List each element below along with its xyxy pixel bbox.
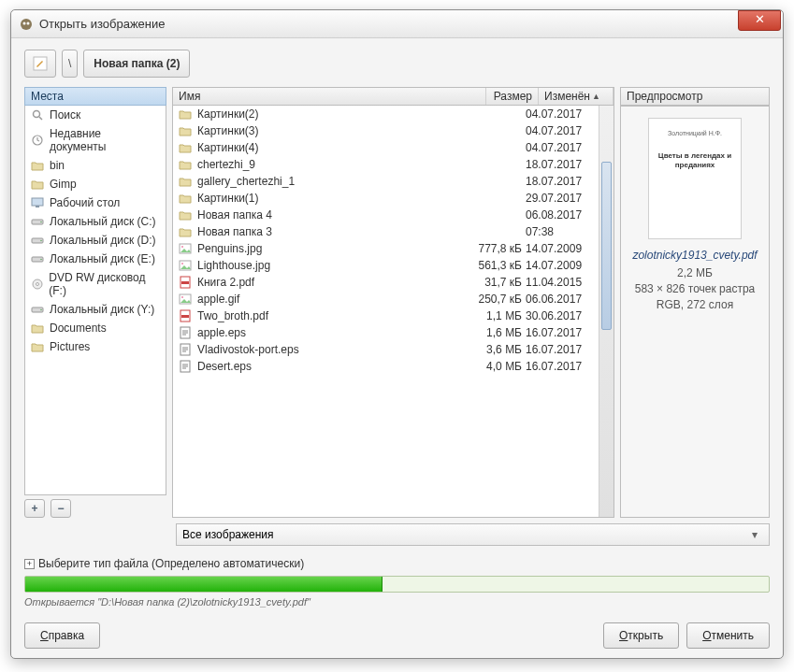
filter-row: Все изображения ▾: [24, 523, 770, 546]
file-type-filter[interactable]: Все изображения ▾: [176, 523, 770, 546]
add-place-button[interactable]: +: [24, 499, 45, 518]
column-modified[interactable]: Изменён ▲: [539, 88, 614, 105]
file-date: 14.07.2009: [522, 242, 593, 255]
pdf-icon: [179, 276, 192, 289]
place-item[interactable]: Documents: [25, 319, 166, 337]
column-modified-label: Изменён: [544, 90, 590, 103]
places-list[interactable]: ПоискНедавние документыbinGimpРабочий ст…: [24, 106, 166, 495]
sort-asc-icon: ▲: [592, 92, 600, 101]
file-size: 250,7 кБ: [469, 293, 522, 306]
folder-icon: [31, 340, 44, 353]
places-header: Места: [24, 87, 166, 106]
file-row[interactable]: Новая папка 406.08.2017: [173, 207, 599, 223]
cancel-button[interactable]: Отменить: [686, 622, 770, 649]
file-name: Книга 2.pdf: [197, 276, 254, 289]
file-name: Картинки(1): [197, 192, 259, 205]
file-date: 30.06.2017: [522, 309, 593, 322]
place-label: Documents: [50, 322, 107, 335]
place-item[interactable]: Gimp: [25, 175, 166, 193]
file-row[interactable]: Penguins.jpg777,8 кБ14.07.2009: [173, 240, 599, 257]
file-row[interactable]: Vladivostok-port.eps3,6 МБ16.07.2017: [173, 341, 599, 358]
close-button[interactable]: ✕: [738, 10, 781, 31]
preview-dimensions: 583 × 826 точек растра: [635, 281, 756, 297]
file-row[interactable]: Новая папка 307:38: [173, 223, 599, 240]
file-type-expander[interactable]: + Выберите тип файла (Определено автомат…: [24, 557, 770, 570]
file-row[interactable]: apple.eps1,6 МБ16.07.2017: [173, 324, 599, 341]
svg-point-26: [181, 296, 183, 298]
file-row[interactable]: Lighthouse.jpg561,3 кБ14.07.2009: [173, 257, 599, 274]
file-row[interactable]: Картинки(1)29.07.2017: [173, 190, 599, 207]
file-row[interactable]: Книга 2.pdf31,7 кБ11.04.2015: [173, 274, 599, 291]
file-row[interactable]: Картинки(3)04.07.2017: [173, 122, 599, 139]
drive-icon: [31, 252, 44, 265]
place-item[interactable]: Недавние документы: [25, 124, 166, 156]
file-row[interactable]: Картинки(2)04.07.2017: [173, 106, 599, 122]
folder-icon: [31, 322, 44, 335]
place-item[interactable]: Локальный диск (C:): [25, 212, 166, 231]
preview-panel: Предпросмотр Золотницкий Н.Ф. Цветы в ле…: [620, 87, 770, 518]
file-name: apple.eps: [197, 326, 246, 339]
eps-icon: [179, 360, 192, 373]
thumb-author: Золотницкий Н.Ф.: [668, 130, 722, 136]
preview-mode: RGB, 272 слоя: [635, 297, 756, 313]
window-title: Открыть изображение: [39, 17, 738, 31]
file-name: Two_broth.pdf: [197, 309, 268, 322]
folder-icon: [179, 208, 192, 222]
edit-path-button[interactable]: [24, 50, 56, 78]
place-label: Локальный диск (Y:): [50, 303, 154, 316]
place-label: Локальный диск (D:): [50, 234, 156, 247]
scrollbar-thumb[interactable]: [601, 162, 612, 330]
folder-icon: [179, 141, 192, 154]
place-item[interactable]: bin: [25, 156, 166, 175]
file-date: 04.07.2017: [522, 141, 593, 154]
file-size: 4,0 МБ: [469, 360, 522, 373]
places-add-remove: + −: [24, 499, 166, 518]
svg-point-22: [181, 263, 183, 265]
scrollbar[interactable]: [599, 106, 614, 517]
desktop-icon: [31, 196, 44, 209]
file-date: 29.07.2017: [522, 192, 593, 205]
column-name[interactable]: Имя: [173, 88, 486, 105]
folder-icon: [179, 158, 192, 171]
place-item[interactable]: Поиск: [25, 106, 166, 124]
image-icon: [179, 242, 192, 255]
file-name: Картинки(4): [197, 141, 259, 154]
folder-icon: [179, 124, 192, 137]
file-size: 31,7 кБ: [469, 276, 522, 289]
column-size[interactable]: Размер: [486, 88, 539, 105]
path-current-folder[interactable]: Новая папка (2): [83, 50, 190, 78]
file-name: gallery_chertezhi_1: [197, 175, 295, 188]
file-row[interactable]: Two_broth.pdf1,1 МБ30.06.2017: [173, 307, 599, 324]
progress-bar: [24, 576, 770, 593]
file-row[interactable]: apple.gif250,7 кБ06.06.2017: [173, 291, 599, 307]
file-list-body[interactable]: Картинки(2)04.07.2017Картинки(3)04.07.20…: [173, 106, 599, 517]
eps-icon: [179, 343, 192, 356]
file-name: chertezhi_9: [197, 158, 255, 171]
place-label: Локальный диск (E:): [50, 252, 155, 265]
svg-rect-24: [181, 281, 189, 284]
folder-icon: [179, 192, 192, 205]
file-size: 1,1 МБ: [469, 309, 522, 322]
remove-place-button[interactable]: −: [51, 499, 71, 518]
dialog-window: Открыть изображение ✕ \ Новая папка (2) …: [10, 9, 784, 659]
svg-rect-7: [32, 198, 43, 206]
place-item[interactable]: Локальный диск (D:): [25, 231, 166, 250]
place-item[interactable]: Локальный диск (E:): [25, 250, 166, 268]
help-button[interactable]: Справка: [24, 622, 100, 649]
file-date: 07:38: [522, 225, 593, 238]
file-row[interactable]: chertezhi_918.07.2017: [173, 156, 599, 173]
open-button[interactable]: Открыть: [603, 622, 679, 649]
button-row: Справка Открыть Отменить: [24, 622, 770, 649]
place-item[interactable]: Pictures: [25, 337, 166, 356]
place-item[interactable]: Рабочий стол: [25, 193, 166, 212]
path-separator[interactable]: \: [62, 50, 78, 78]
file-row[interactable]: Картинки(4)04.07.2017: [173, 139, 599, 156]
file-name: Lighthouse.jpg: [197, 259, 270, 272]
file-row[interactable]: gallery_chertezhi_118.07.2017: [173, 173, 599, 190]
place-label: Локальный диск (C:): [50, 215, 156, 228]
path-toolbar: \ Новая папка (2): [24, 50, 770, 78]
preview-size: 2,2 МБ: [635, 265, 756, 281]
place-item[interactable]: Локальный диск (Y:): [25, 300, 166, 319]
place-item[interactable]: DVD RW дисковод (F:): [25, 268, 166, 300]
file-row[interactable]: Desert.eps4,0 МБ16.07.2017: [173, 358, 599, 375]
